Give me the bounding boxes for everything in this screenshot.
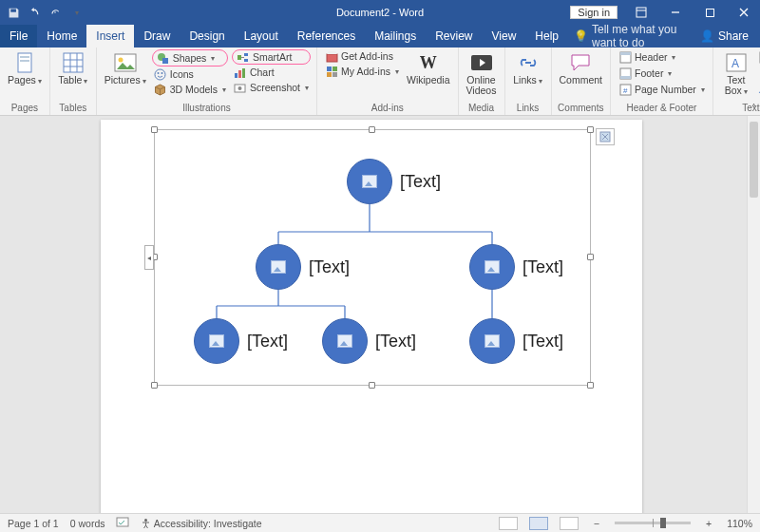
close-icon[interactable] bbox=[728, 0, 760, 25]
ribbon-display-options-icon[interactable] bbox=[625, 0, 657, 25]
shapes-button[interactable]: Shapes bbox=[152, 49, 228, 66]
footer-button[interactable]: Footer bbox=[617, 66, 707, 81]
group-media: Online Videos Media bbox=[459, 48, 505, 115]
word-count[interactable]: 0 words bbox=[70, 518, 105, 529]
tab-home[interactable]: Home bbox=[37, 25, 86, 48]
resize-handle[interactable] bbox=[587, 382, 594, 389]
resize-handle[interactable] bbox=[587, 126, 594, 133]
scrollbar-thumb[interactable] bbox=[750, 122, 758, 198]
smartart-node[interactable]: [Text] bbox=[469, 244, 563, 290]
chevron-down-icon bbox=[666, 66, 672, 81]
picture-placeholder-icon[interactable] bbox=[362, 175, 377, 188]
spellcheck-icon[interactable] bbox=[116, 517, 129, 530]
comment-button[interactable]: Comment bbox=[558, 49, 605, 87]
smartart-node[interactable]: [Text] bbox=[256, 244, 350, 290]
zoom-slider-thumb[interactable] bbox=[660, 518, 666, 528]
group-label-pages: Pages bbox=[6, 102, 44, 115]
links-button[interactable]: Links bbox=[511, 49, 545, 88]
collapse-ribbon-icon[interactable]: ˄ bbox=[751, 103, 756, 113]
tab-draw[interactable]: Draw bbox=[134, 25, 180, 48]
picture-placeholder-icon[interactable] bbox=[484, 260, 500, 274]
smartart-node[interactable]: [Text] bbox=[469, 318, 563, 364]
node-text[interactable]: [Text] bbox=[400, 172, 441, 192]
table-button[interactable]: Table bbox=[56, 49, 90, 88]
view-print-layout[interactable] bbox=[529, 517, 548, 530]
page-number-button[interactable]: #Page Number bbox=[617, 82, 707, 97]
screenshot-label: Screenshot bbox=[250, 81, 300, 94]
tab-insert[interactable]: Insert bbox=[86, 25, 134, 48]
zoom-out-button[interactable]: − bbox=[590, 518, 603, 529]
tab-mailings[interactable]: Mailings bbox=[365, 25, 426, 48]
zoom-slider[interactable] bbox=[615, 522, 691, 524]
zoom-in-button[interactable]: + bbox=[702, 518, 715, 529]
online-videos-button[interactable]: Online Videos bbox=[465, 49, 499, 98]
tab-review[interactable]: Review bbox=[426, 25, 482, 48]
ribbon-tabs: File Home Insert Draw Design Layout Refe… bbox=[0, 25, 760, 48]
tell-me-search[interactable]: 💡 Tell me what you want to do bbox=[574, 25, 689, 48]
node-text[interactable]: [Text] bbox=[375, 332, 416, 352]
save-icon[interactable] bbox=[6, 5, 21, 20]
node-text[interactable]: [Text] bbox=[247, 332, 288, 352]
screenshot-button[interactable]: Screenshot bbox=[232, 80, 311, 95]
qat-customize-icon[interactable]: ‎ bbox=[68, 5, 84, 20]
smartart-node[interactable]: [Text] bbox=[347, 159, 441, 204]
sign-in-button[interactable]: Sign in bbox=[570, 6, 618, 19]
node-circle[interactable] bbox=[256, 244, 301, 290]
maximize-icon[interactable] bbox=[694, 0, 726, 25]
3d-models-button[interactable]: 3D Models bbox=[152, 82, 228, 97]
get-addins-button[interactable]: Get Add-ins bbox=[323, 49, 401, 63]
document-scroll[interactable]: ◂ [Text] bbox=[0, 116, 747, 513]
text-pane-toggle[interactable]: ◂ bbox=[144, 245, 154, 270]
undo-icon[interactable] bbox=[27, 5, 42, 20]
node-text[interactable]: [Text] bbox=[522, 332, 563, 352]
tab-design[interactable]: Design bbox=[180, 25, 234, 48]
svg-rect-1 bbox=[636, 8, 646, 17]
tab-file[interactable]: File bbox=[0, 25, 37, 48]
node-circle[interactable] bbox=[194, 318, 239, 364]
icons-button[interactable]: Icons bbox=[152, 67, 228, 81]
picture-placeholder-icon[interactable] bbox=[484, 334, 500, 348]
layout-options-icon[interactable] bbox=[596, 128, 615, 145]
tab-help[interactable]: Help bbox=[525, 25, 568, 48]
resize-handle[interactable] bbox=[369, 382, 375, 389]
smartart-node[interactable]: [Text] bbox=[194, 318, 288, 364]
redo-icon[interactable] bbox=[48, 5, 63, 20]
node-circle[interactable] bbox=[469, 318, 515, 364]
picture-placeholder-icon[interactable] bbox=[271, 260, 286, 274]
pages-button[interactable]: Pages bbox=[6, 49, 44, 88]
tab-layout[interactable]: Layout bbox=[235, 25, 288, 48]
wikipedia-button[interactable]: W Wikipedia bbox=[405, 49, 452, 87]
pictures-button[interactable]: Pictures bbox=[103, 49, 148, 88]
text-box-button[interactable]: A Text Box bbox=[719, 49, 753, 99]
resize-handle[interactable] bbox=[369, 126, 375, 133]
node-text[interactable]: [Text] bbox=[309, 257, 350, 277]
page-indicator[interactable]: Page 1 of 1 bbox=[8, 518, 59, 529]
view-read-mode[interactable] bbox=[499, 517, 518, 530]
resize-handle[interactable] bbox=[151, 126, 158, 133]
my-addins-button[interactable]: My Add-ins bbox=[323, 64, 401, 79]
smartart-frame[interactable]: ◂ [Text] bbox=[154, 129, 591, 386]
node-text[interactable]: [Text] bbox=[522, 257, 563, 277]
node-circle[interactable] bbox=[469, 244, 515, 290]
tab-view[interactable]: View bbox=[483, 25, 526, 48]
resize-handle[interactable] bbox=[151, 382, 158, 389]
page[interactable]: ◂ [Text] bbox=[101, 120, 642, 513]
picture-placeholder-icon[interactable] bbox=[209, 334, 224, 348]
node-circle[interactable] bbox=[322, 318, 368, 364]
group-label-links: Links bbox=[511, 102, 545, 115]
header-button[interactable]: Header bbox=[617, 49, 707, 65]
smartart-button[interactable]: SmartArt bbox=[232, 49, 311, 65]
node-circle[interactable] bbox=[347, 159, 392, 204]
tab-references[interactable]: References bbox=[288, 25, 365, 48]
zoom-level[interactable]: 110% bbox=[727, 518, 752, 529]
vertical-scrollbar[interactable] bbox=[747, 116, 760, 513]
resize-handle[interactable] bbox=[587, 254, 594, 260]
chevron-down-icon bbox=[209, 50, 215, 66]
minimize-icon[interactable] bbox=[659, 0, 692, 25]
picture-placeholder-icon[interactable] bbox=[337, 334, 352, 348]
accessibility-status[interactable]: Accessibility: Investigate bbox=[141, 518, 261, 529]
smartart-node[interactable]: [Text] bbox=[322, 318, 416, 364]
share-button[interactable]: 👤 Share bbox=[689, 25, 760, 48]
chart-button[interactable]: Chart bbox=[232, 66, 311, 79]
view-web-layout[interactable] bbox=[560, 517, 579, 530]
